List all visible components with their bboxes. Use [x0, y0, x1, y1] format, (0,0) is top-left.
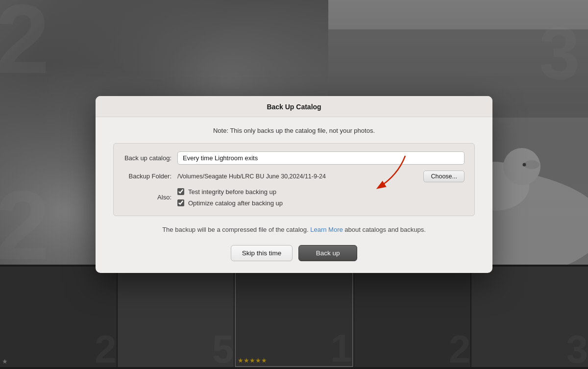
- settings-box: Back up catalog: Every time Lightroom ex…: [113, 143, 475, 216]
- modal-overlay: Back Up Catalog Note: This only backs up…: [0, 0, 588, 369]
- info-text-before: The backup will be a compressed file of …: [162, 226, 310, 233]
- choose-button[interactable]: Choose...: [423, 171, 465, 182]
- checkbox-group: Test integrity before backing up Optimiz…: [177, 188, 283, 207]
- checkbox-integrity-label: Test integrity before backing up: [188, 188, 276, 196]
- checkbox-row-2: Optimize catalog after backing up: [177, 199, 283, 207]
- learn-more-link[interactable]: Learn More: [310, 226, 343, 233]
- dialog-note: Note: This only backs up the catalog fil…: [113, 127, 475, 134]
- info-text: The backup will be a compressed file of …: [113, 225, 475, 235]
- backup-catalog-dialog: Back Up Catalog Note: This only backs up…: [96, 96, 492, 273]
- folder-path-text: /Volumes/Seagate Hub/LRC BU June 30,2024…: [177, 173, 418, 180]
- dialog-title: Back Up Catalog: [105, 103, 483, 111]
- checkbox-integrity[interactable]: [177, 188, 184, 195]
- info-text-after: about catalogs and backups.: [343, 226, 426, 233]
- backup-catalog-select[interactable]: Every time Lightroom exits Once a day, w…: [177, 151, 465, 165]
- dialog-titlebar: Back Up Catalog: [96, 96, 492, 117]
- backup-catalog-row: Back up catalog: Every time Lightroom ex…: [123, 151, 465, 165]
- checkbox-optimize[interactable]: [177, 199, 184, 206]
- backup-catalog-label: Back up catalog:: [123, 154, 177, 162]
- checkbox-row-1: Test integrity before backing up: [177, 188, 283, 196]
- dialog-buttons: Skip this time Back up: [113, 245, 475, 261]
- also-label: Also:: [123, 194, 177, 201]
- folder-path-area: /Volumes/Seagate Hub/LRC BU June 30,2024…: [177, 171, 465, 182]
- backup-folder-row: Backup Folder: /Volumes/Seagate Hub/LRC …: [123, 171, 465, 182]
- dialog-body: Note: This only backs up the catalog fil…: [96, 117, 492, 273]
- checkbox-optimize-label: Optimize catalog after backing up: [188, 199, 283, 207]
- backup-folder-label: Backup Folder:: [123, 172, 177, 180]
- backup-catalog-select-wrapper: Every time Lightroom exits Once a day, w…: [177, 151, 465, 165]
- backup-button[interactable]: Back up: [298, 245, 357, 261]
- also-row: Also: Test integrity before backing up O…: [123, 188, 465, 207]
- skip-button[interactable]: Skip this time: [231, 245, 293, 261]
